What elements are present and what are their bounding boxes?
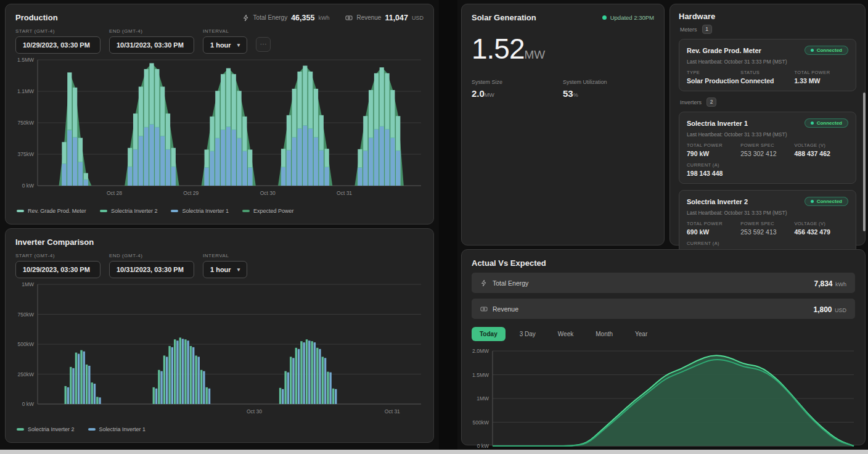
actual-vs-expected-title: Actual Vs Expected (472, 258, 546, 268)
bolt-icon (242, 14, 250, 22)
tab-today[interactable]: Today (472, 327, 506, 341)
svg-text:750kW: 750kW (18, 312, 34, 318)
end-label: END (GMT-4) (109, 253, 194, 258)
svg-text:500kW: 500kW (473, 419, 489, 426)
interval-select[interactable]: 1 hour ▾ (203, 36, 247, 54)
inverters-count-badge: 2 (706, 97, 716, 107)
revenue-value: 11,047 (385, 14, 408, 22)
svg-text:Oct 28: Oct 28 (107, 190, 122, 196)
inverter1-swatch (171, 210, 178, 212)
current-generation-value: 1.52 (472, 33, 525, 65)
current-generation: 1.52MW (462, 23, 664, 69)
inverter-heartbeat: Last Heartbeat: October 31 3:33 PM (MST) (687, 131, 848, 138)
legend-item[interactable]: Expected Power (242, 208, 294, 214)
svg-text:1.1MW: 1.1MW (17, 88, 34, 94)
end-datetime-input[interactable] (109, 261, 194, 278)
svg-text:Oct 31: Oct 31 (385, 408, 400, 415)
expected-swatch (242, 210, 250, 212)
svg-text:0 kW: 0 kW (22, 183, 34, 189)
utilization-value: 53 (563, 88, 573, 99)
inverter-comparison-panel: Inverter Comparison START (GMT-4) END (G… (5, 228, 434, 443)
revenue-label: Revenue (493, 305, 518, 313)
hardware-panel: Hardware Meters 1 Rev. Grade Prod. Meter… (669, 4, 866, 246)
end-label: END (GMT-4) (109, 28, 194, 34)
interval-label: INTERVAL (203, 28, 247, 34)
status-dot-icon (811, 122, 814, 125)
legend-item[interactable]: Solectria Inverter 2 (17, 426, 75, 432)
total-energy-value: 46,355 (291, 14, 314, 22)
start-datetime-input[interactable] (15, 36, 100, 54)
production-chart[interactable]: 0 kW375kW750kW1.1MW1.5MWOct 28Oct 29Oct … (6, 55, 433, 205)
inverter-card-1[interactable]: Solectria Inverter 1 Connected Last Hear… (679, 112, 856, 184)
money-icon (345, 14, 353, 22)
svg-text:0 kW: 0 kW (22, 401, 34, 407)
production-legend: Rev. Grade Prod. Meter Solectria Inverte… (6, 205, 433, 217)
column-gap (439, 0, 457, 454)
inverter-comparison-legend: Solectria Inverter 2 Solectria Inverter … (6, 424, 433, 435)
tab-year[interactable]: Year (627, 327, 655, 341)
inverter-name: Solectria Inverter 1 (687, 120, 748, 127)
chevron-down-icon: ▾ (237, 42, 240, 48)
total-energy-stat: Total Energy 46,355 kWh (242, 14, 330, 22)
solar-generation-title: Solar Generation (472, 13, 536, 22)
inverter-spec-value: 253 592 413 (740, 228, 794, 236)
svg-text:1MW: 1MW (22, 281, 34, 287)
updated-status: Updated 2:30PM (602, 14, 654, 21)
revenue-value: 1,800 (814, 305, 832, 314)
tab-3day[interactable]: 3 Day (512, 327, 544, 341)
legend-item[interactable]: Rev. Grade Prod. Meter (17, 208, 86, 214)
svg-text:2.0MW: 2.0MW (472, 348, 489, 354)
meter-name: Rev. Grade Prod. Meter (687, 47, 761, 54)
svg-text:Oct 30: Oct 30 (247, 408, 262, 415)
dashboard: Production Total Energy 46,355 kWh Reven… (0, 0, 868, 454)
svg-text:250kW: 250kW (18, 371, 34, 378)
legend-item[interactable]: Solectria Inverter 1 (171, 208, 229, 214)
total-energy-value: 7,834 (814, 279, 833, 288)
interval-select[interactable]: 1 hour ▾ (203, 261, 247, 278)
tab-week[interactable]: Week (550, 327, 581, 341)
meter-type-value: Solar Production (687, 77, 740, 85)
inverter-power-value: 690 kW (687, 228, 740, 236)
revenue-stat: Revenue 11,047 USD (345, 14, 424, 22)
inverter-voltage-value: 488 437 462 (794, 150, 848, 157)
svg-text:1.5MW: 1.5MW (472, 372, 489, 378)
scrollbar[interactable] (863, 93, 866, 231)
actual-vs-expected-panel: Actual Vs Expected Total Energy 7,834 kW… (461, 249, 866, 445)
meter-power-value: 1.33 MW (794, 77, 848, 85)
interval-value: 1 hour (210, 266, 231, 273)
start-datetime-input[interactable] (15, 261, 100, 278)
svg-text:750kW: 750kW (18, 120, 34, 126)
system-size-label: System Size (472, 79, 563, 85)
inverter-current-value: 198 143 448 (687, 170, 848, 177)
system-size-stat: System Size 2.0MW (472, 79, 563, 99)
svg-text:1MW: 1MW (477, 395, 489, 402)
money-icon (480, 305, 488, 313)
bolt-icon (480, 279, 488, 287)
status-dot-icon (811, 200, 814, 203)
legend-item[interactable]: Solectria Inverter 2 (100, 208, 158, 214)
tab-month[interactable]: Month (588, 327, 621, 341)
connected-badge: Connected (805, 197, 848, 206)
bottom-scrollbar[interactable] (0, 450, 868, 454)
connected-badge: Connected (805, 46, 848, 55)
svg-text:Oct 29: Oct 29 (183, 190, 199, 196)
actual-vs-expected-chart[interactable]: 0 kW500kW1MW1.5MW2.0MW12AM3AM6AM9AM12PM3… (462, 345, 865, 454)
utilization-stat: System Utilization 53% (563, 79, 654, 99)
meter-status-value: Connected (740, 77, 794, 85)
inverters-label: Inverters (680, 99, 702, 105)
system-size-value: 2.0 (472, 88, 485, 99)
updated-text: Updated 2:30PM (610, 14, 654, 21)
inverter1-swatch (88, 428, 96, 431)
inverter2-swatch (17, 428, 24, 431)
connected-badge: Connected (805, 118, 848, 128)
inverter-name: Solectria Inverter 2 (687, 198, 748, 205)
interval-label: INTERVAL (203, 253, 247, 258)
current-generation-unit: MW (525, 48, 546, 61)
meter-card[interactable]: Rev. Grade Prod. Meter Connected Last He… (679, 39, 856, 91)
end-datetime-input[interactable] (109, 36, 194, 54)
more-button[interactable]: ⋯ (256, 37, 271, 52)
legend-item[interactable]: Solectria Inverter 1 (88, 426, 146, 432)
solar-generation-panel: Solar Generation Updated 2:30PM 1.52MW S… (461, 4, 665, 246)
inverter-comparison-chart[interactable]: 0 kW250kW500kW750kW1MWOct 30Oct 31 (6, 279, 433, 424)
meter-heartbeat: Last Heartbeat: October 31 3:33 PM (MST) (687, 59, 848, 65)
